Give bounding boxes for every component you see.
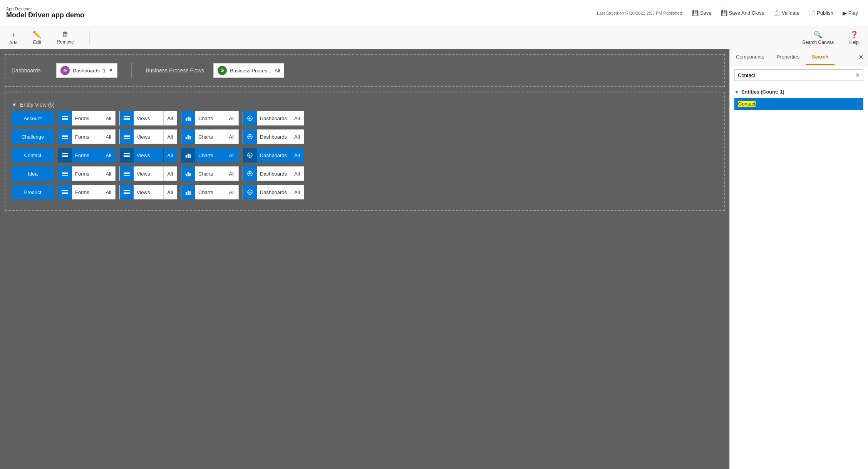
component-pill-label: Forms (72, 152, 102, 158)
component-pill-icon (120, 148, 134, 162)
component-pill-challenge-dashboards[interactable]: DashboardsAll (243, 129, 304, 144)
component-pill-contact-forms[interactable]: FormsAll (58, 148, 116, 162)
panel-results: ▼ Entities (Count: 1) Contact (730, 85, 868, 469)
add-label: Add (9, 40, 17, 45)
component-pill-badge: All (102, 130, 115, 144)
component-pill-account-charts[interactable]: ChartsAll (181, 111, 239, 126)
help-item[interactable]: ❓ Help (846, 29, 862, 47)
component-pill-label: Dashboards (257, 152, 290, 158)
save-button[interactable]: 💾 Save (688, 8, 716, 18)
svg-rect-30 (186, 155, 187, 158)
bpf-group-button[interactable]: ⚙ Business Proces... All (213, 63, 284, 78)
component-pill-badge: All (225, 185, 238, 199)
entity-name-contact[interactable]: Contact (12, 148, 54, 162)
component-pill-label: Forms (72, 171, 102, 177)
publish-label: Publish (817, 10, 833, 16)
save-icon: 💾 (692, 10, 699, 16)
component-pill-badge: All (163, 167, 177, 181)
svg-rect-55 (188, 191, 189, 195)
entity-result-contact[interactable]: Contact (734, 98, 863, 110)
component-pill-challenge-charts[interactable]: ChartsAll (181, 129, 239, 144)
tab-components[interactable]: Components (730, 49, 771, 65)
component-pill-challenge-forms[interactable]: FormsAll (58, 129, 116, 144)
add-icon: ＋ (10, 30, 17, 39)
edit-toolbar-item[interactable]: ✏️ Edit (30, 29, 44, 47)
component-pill-product-views[interactable]: ViewsAll (119, 185, 177, 199)
canvas-area[interactable]: Dashboards ⊕ Dashboards 1 ▼ Business Pro… (0, 49, 729, 469)
component-pill-product-charts[interactable]: ChartsAll (181, 185, 239, 199)
entities-section-header[interactable]: ▼ Entities (Count: 1) (734, 89, 863, 95)
remove-toolbar-item[interactable]: 🗑 Remove (54, 29, 77, 46)
component-pill-badge: All (102, 185, 115, 199)
svg-rect-53 (124, 193, 130, 194)
help-icon: ❓ (850, 30, 858, 39)
component-pill-contact-views[interactable]: ViewsAll (119, 148, 177, 162)
svg-rect-38 (62, 175, 68, 176)
component-pill-badge: All (225, 167, 238, 181)
dashboards-section: Dashboards ⊕ Dashboards 1 ▼ Business Pro… (5, 54, 725, 87)
svg-rect-13 (62, 136, 68, 137)
svg-rect-18 (186, 137, 187, 139)
entity-name-idea[interactable]: Idea (12, 166, 54, 181)
svg-rect-17 (124, 138, 130, 139)
component-pill-icon (243, 111, 257, 126)
component-pill-contact-charts[interactable]: ChartsAll (181, 148, 239, 162)
component-pill-account-dashboards[interactable]: DashboardsAll (243, 111, 304, 126)
play-button[interactable]: ▶ Play (839, 8, 862, 18)
save-close-icon: 💾 (721, 10, 727, 16)
component-pill-label: Views (134, 134, 163, 140)
tab-properties[interactable]: Properties (771, 49, 806, 65)
component-pill-product-forms[interactable]: FormsAll (58, 185, 116, 199)
entity-view-toggle-icon[interactable]: ▼ (12, 102, 17, 108)
component-pill-label: Forms (72, 116, 102, 121)
dashboards-group-button[interactable]: ⊕ Dashboards 1 ▼ (56, 63, 117, 78)
component-pill-idea-views[interactable]: ViewsAll (119, 166, 177, 181)
component-pill-challenge-views[interactable]: ViewsAll (119, 129, 177, 144)
app-header: App Designer Model Driven app demo Last … (0, 0, 868, 26)
save-label: Save (700, 10, 712, 16)
edit-icon: ✏️ (33, 30, 41, 39)
component-pill-contact-dashboards[interactable]: DashboardsAll (243, 148, 304, 162)
component-pill-idea-forms[interactable]: FormsAll (58, 166, 116, 181)
search-input-wrapper: ✕ (734, 69, 863, 81)
svg-rect-39 (124, 172, 130, 173)
save-and-close-button[interactable]: 💾 Save And Close (717, 8, 769, 18)
search-canvas-item[interactable]: 🔍 Search Canvas (799, 29, 837, 47)
entity-view-section: ▼ Entity View (5) AccountFormsAllViewsAl… (5, 92, 725, 211)
entity-result-highlight: Contact (738, 101, 756, 107)
search-clear-icon[interactable]: ✕ (855, 72, 860, 78)
chevron-down-icon: ▼ (109, 68, 113, 73)
dashboards-group-label: Dashboards (73, 68, 100, 74)
dashboards-row: Dashboards ⊕ Dashboards 1 ▼ Business Pro… (12, 60, 718, 81)
tab-search[interactable]: Search (806, 49, 834, 65)
main-container: Dashboards ⊕ Dashboards 1 ▼ Business Pro… (0, 49, 868, 469)
component-pill-account-views[interactable]: ViewsAll (119, 111, 177, 126)
validate-button[interactable]: 📋 Validate (770, 8, 803, 18)
component-pill-badge: All (102, 111, 115, 125)
component-pill-label: Charts (195, 171, 225, 177)
component-pill-account-forms[interactable]: FormsAll (58, 111, 116, 126)
header-title-area: App Designer Model Driven app demo (6, 7, 84, 19)
component-pill-idea-dashboards[interactable]: DashboardsAll (243, 166, 304, 181)
entity-row: IdeaFormsAllViewsAllChartsAllDashboardsA… (12, 166, 718, 181)
svg-rect-5 (124, 119, 130, 120)
component-pill-idea-charts[interactable]: ChartsAll (181, 166, 239, 181)
app-name-title: Model Driven app demo (6, 11, 84, 19)
panel-close-button[interactable]: ✕ (854, 50, 868, 64)
entity-name-challenge[interactable]: Challenge (12, 129, 54, 144)
publish-button[interactable]: 📄 Publish (805, 8, 837, 18)
search-input[interactable] (738, 72, 855, 78)
component-pill-badge: All (290, 111, 303, 125)
entity-name-product[interactable]: Product (12, 185, 54, 199)
svg-rect-40 (124, 173, 130, 174)
svg-rect-37 (62, 173, 68, 174)
add-toolbar-item[interactable]: ＋ Add (6, 28, 20, 47)
component-pill-product-dashboards[interactable]: DashboardsAll (243, 185, 304, 199)
svg-rect-12 (62, 135, 68, 136)
component-pill-icon (243, 185, 257, 199)
svg-rect-16 (124, 136, 130, 137)
svg-rect-26 (62, 156, 68, 157)
entity-name-account[interactable]: Account (12, 111, 54, 126)
component-pill-label: Views (134, 116, 163, 121)
component-pill-icon (58, 129, 72, 144)
